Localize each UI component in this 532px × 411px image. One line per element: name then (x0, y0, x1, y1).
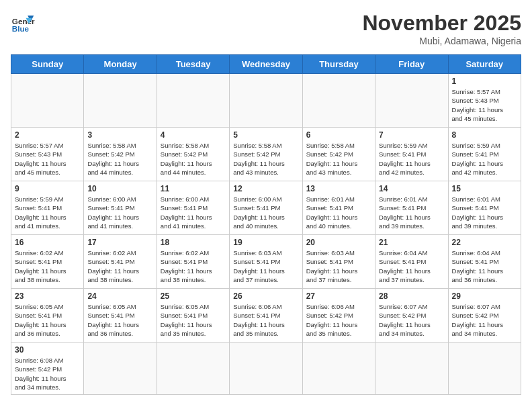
day-number: 2 (15, 130, 80, 140)
day-number: 3 (87, 130, 152, 140)
day-number: 6 (306, 130, 371, 140)
calendar-cell: 27Sunrise: 6:06 AM Sunset: 5:42 PM Dayli… (302, 289, 375, 342)
calendar-week-6: 30Sunrise: 6:08 AM Sunset: 5:42 PM Dayli… (11, 342, 521, 395)
day-info: Sunrise: 6:03 AM Sunset: 5:41 PM Dayligh… (233, 248, 298, 284)
day-info: Sunrise: 5:59 AM Sunset: 5:41 PM Dayligh… (452, 141, 517, 177)
day-info: Sunrise: 6:03 AM Sunset: 5:41 PM Dayligh… (306, 248, 371, 284)
day-number: 29 (452, 291, 517, 301)
weekday-header-thursday: Thursday (302, 55, 375, 74)
calendar-cell: 16Sunrise: 6:02 AM Sunset: 5:41 PM Dayli… (11, 235, 84, 289)
day-info: Sunrise: 5:59 AM Sunset: 5:41 PM Dayligh… (379, 141, 444, 177)
day-number: 24 (87, 291, 152, 301)
day-info: Sunrise: 6:05 AM Sunset: 5:41 PM Dayligh… (87, 302, 152, 338)
calendar-cell (302, 74, 375, 128)
day-info: Sunrise: 6:01 AM Sunset: 5:41 PM Dayligh… (306, 195, 371, 230)
calendar-cell: 12Sunrise: 6:00 AM Sunset: 5:41 PM Dayli… (230, 181, 302, 235)
calendar-cell: 7Sunrise: 5:59 AM Sunset: 5:41 PM Daylig… (375, 128, 448, 181)
weekday-header-row: SundayMondayTuesdayWednesdayThursdayFrid… (11, 55, 521, 74)
calendar-cell: 14Sunrise: 6:01 AM Sunset: 5:41 PM Dayli… (375, 181, 448, 235)
calendar-cell: 28Sunrise: 6:07 AM Sunset: 5:42 PM Dayli… (375, 289, 448, 342)
calendar-cell: 17Sunrise: 6:02 AM Sunset: 5:41 PM Dayli… (84, 235, 157, 289)
day-number: 25 (161, 291, 226, 301)
day-number: 30 (15, 345, 80, 355)
day-info: Sunrise: 6:00 AM Sunset: 5:41 PM Dayligh… (161, 195, 226, 230)
weekday-header-tuesday: Tuesday (157, 55, 229, 74)
calendar-cell (230, 342, 302, 395)
day-info: Sunrise: 6:01 AM Sunset: 5:41 PM Dayligh… (452, 195, 517, 230)
calendar-cell: 25Sunrise: 6:05 AM Sunset: 5:41 PM Dayli… (157, 289, 229, 342)
day-number: 14 (379, 184, 444, 193)
title-block: November 2025 Mubi, Adamawa, Nigeria (362, 11, 521, 46)
logo-icon: General Blue (11, 11, 35, 35)
day-info: Sunrise: 6:01 AM Sunset: 5:41 PM Dayligh… (379, 195, 444, 230)
day-info: Sunrise: 6:06 AM Sunset: 5:42 PM Dayligh… (306, 302, 371, 338)
calendar-cell: 30Sunrise: 6:08 AM Sunset: 5:42 PM Dayli… (11, 342, 84, 395)
calendar-subtitle: Mubi, Adamawa, Nigeria (362, 36, 521, 46)
calendar-cell: 29Sunrise: 6:07 AM Sunset: 5:42 PM Dayli… (448, 289, 521, 342)
day-info: Sunrise: 6:05 AM Sunset: 5:41 PM Dayligh… (161, 302, 226, 338)
calendar-cell: 22Sunrise: 6:04 AM Sunset: 5:41 PM Dayli… (448, 235, 521, 289)
calendar-cell (11, 74, 84, 128)
day-info: Sunrise: 6:08 AM Sunset: 5:42 PM Dayligh… (15, 356, 80, 392)
day-info: Sunrise: 6:02 AM Sunset: 5:41 PM Dayligh… (161, 248, 226, 284)
calendar-week-2: 2Sunrise: 5:57 AM Sunset: 5:43 PM Daylig… (11, 128, 521, 181)
day-number: 15 (452, 184, 517, 193)
day-number: 17 (87, 238, 152, 247)
calendar-cell (84, 342, 157, 395)
calendar-cell: 11Sunrise: 6:00 AM Sunset: 5:41 PM Dayli… (157, 181, 229, 235)
calendar-cell: 3Sunrise: 5:58 AM Sunset: 5:42 PM Daylig… (84, 128, 157, 181)
day-info: Sunrise: 5:58 AM Sunset: 5:42 PM Dayligh… (87, 141, 152, 177)
day-number: 7 (379, 130, 444, 140)
day-number: 19 (233, 238, 298, 247)
day-info: Sunrise: 6:02 AM Sunset: 5:41 PM Dayligh… (15, 248, 80, 284)
calendar-cell (157, 342, 229, 395)
calendar-cell (84, 74, 157, 128)
calendar-cell: 10Sunrise: 6:00 AM Sunset: 5:41 PM Dayli… (84, 181, 157, 235)
day-info: Sunrise: 6:02 AM Sunset: 5:41 PM Dayligh… (87, 248, 152, 284)
day-number: 12 (233, 184, 298, 193)
calendar-cell (375, 342, 448, 395)
calendar-cell (157, 74, 229, 128)
day-info: Sunrise: 6:06 AM Sunset: 5:41 PM Dayligh… (233, 302, 298, 338)
calendar-cell (375, 74, 448, 128)
day-number: 16 (15, 238, 80, 247)
day-number: 9 (15, 184, 80, 193)
day-number: 8 (452, 130, 517, 140)
svg-text:Blue: Blue (12, 24, 30, 33)
page-header: General Blue November 2025 Mubi, Adamawa… (11, 11, 521, 46)
day-info: Sunrise: 6:07 AM Sunset: 5:42 PM Dayligh… (379, 302, 444, 338)
day-info: Sunrise: 5:59 AM Sunset: 5:41 PM Dayligh… (15, 195, 80, 230)
day-info: Sunrise: 6:05 AM Sunset: 5:41 PM Dayligh… (15, 302, 80, 338)
calendar-title: November 2025 (362, 11, 521, 36)
calendar-cell: 9Sunrise: 5:59 AM Sunset: 5:41 PM Daylig… (11, 181, 84, 235)
calendar-cell: 15Sunrise: 6:01 AM Sunset: 5:41 PM Dayli… (448, 181, 521, 235)
calendar-cell: 5Sunrise: 5:58 AM Sunset: 5:42 PM Daylig… (230, 128, 302, 181)
weekday-header-friday: Friday (375, 55, 448, 74)
day-info: Sunrise: 5:58 AM Sunset: 5:42 PM Dayligh… (306, 141, 371, 177)
day-number: 4 (161, 130, 226, 140)
weekday-header-sunday: Sunday (11, 55, 84, 74)
calendar-cell: 21Sunrise: 6:04 AM Sunset: 5:41 PM Dayli… (375, 235, 448, 289)
day-info: Sunrise: 6:00 AM Sunset: 5:41 PM Dayligh… (87, 195, 152, 230)
day-info: Sunrise: 6:04 AM Sunset: 5:41 PM Dayligh… (452, 248, 517, 284)
weekday-header-saturday: Saturday (448, 55, 521, 74)
day-number: 11 (161, 184, 226, 193)
day-info: Sunrise: 5:57 AM Sunset: 5:43 PM Dayligh… (452, 87, 517, 123)
calendar-cell: 1Sunrise: 5:57 AM Sunset: 5:43 PM Daylig… (448, 74, 521, 128)
logo: General Blue (11, 11, 35, 35)
calendar-cell: 23Sunrise: 6:05 AM Sunset: 5:41 PM Dayli… (11, 289, 84, 342)
day-info: Sunrise: 5:58 AM Sunset: 5:42 PM Dayligh… (233, 141, 298, 177)
day-number: 10 (87, 184, 152, 193)
calendar-cell (448, 342, 521, 395)
calendar-cell: 8Sunrise: 5:59 AM Sunset: 5:41 PM Daylig… (448, 128, 521, 181)
day-number: 27 (306, 291, 371, 301)
calendar-cell: 4Sunrise: 5:58 AM Sunset: 5:42 PM Daylig… (157, 128, 229, 181)
day-number: 18 (161, 238, 226, 247)
day-number: 13 (306, 184, 371, 193)
calendar-cell (302, 342, 375, 395)
day-info: Sunrise: 6:07 AM Sunset: 5:42 PM Dayligh… (452, 302, 517, 338)
calendar-cell: 13Sunrise: 6:01 AM Sunset: 5:41 PM Dayli… (302, 181, 375, 235)
calendar-week-5: 23Sunrise: 6:05 AM Sunset: 5:41 PM Dayli… (11, 289, 521, 342)
calendar-cell (230, 74, 302, 128)
day-info: Sunrise: 5:57 AM Sunset: 5:43 PM Dayligh… (15, 141, 80, 177)
